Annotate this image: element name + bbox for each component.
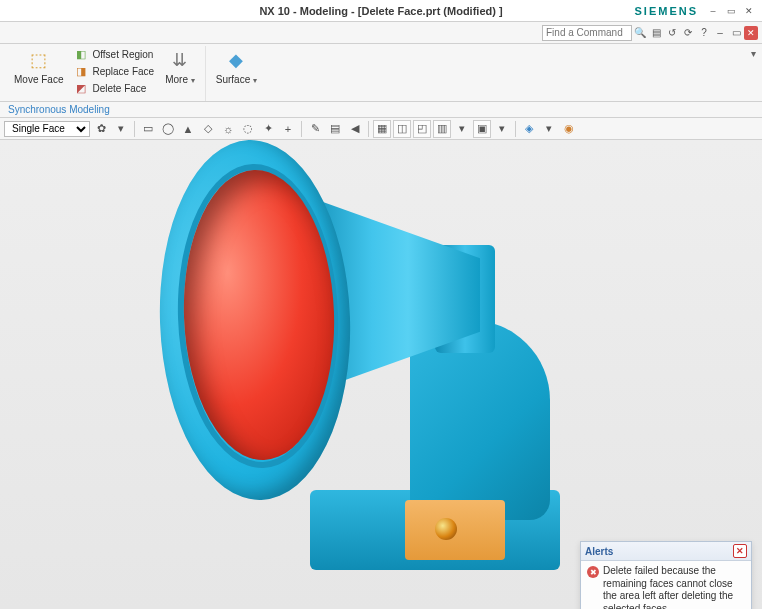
- alert-main-text: Delete failed because the remaining face…: [603, 565, 745, 609]
- toolbar-separator: [515, 121, 516, 137]
- move-face-icon: ⬚: [27, 48, 51, 72]
- face-ops-list: ◧ Offset Region ◨ Replace Face ◩ Delete …: [71, 46, 157, 96]
- brand-logo: SIEMENS: [634, 5, 698, 17]
- command-search-input[interactable]: [542, 25, 632, 41]
- replace-face-label: Replace Face: [92, 66, 154, 77]
- selection-filter-dropdown[interactable]: Single Face: [4, 121, 90, 137]
- replace-face-icon: ◨: [74, 64, 88, 78]
- surface-button[interactable]: ◆ Surface ▾: [212, 46, 261, 88]
- help-icon[interactable]: ?: [696, 25, 712, 41]
- delete-face-button[interactable]: ◩ Delete Face: [71, 80, 157, 96]
- error-icon: ✖: [587, 566, 599, 578]
- ribbon-collapse-icon[interactable]: ▾: [749, 46, 758, 61]
- layer-icon[interactable]: ◈: [520, 120, 538, 138]
- filter-icon[interactable]: ✿: [92, 120, 110, 138]
- search-icon[interactable]: 🔍: [632, 25, 648, 41]
- filter-dropdown-icon[interactable]: ▾: [112, 120, 130, 138]
- highlight-icon[interactable]: ☼: [219, 120, 237, 138]
- window-layout-icon[interactable]: ▤: [648, 25, 664, 41]
- chevron-down-icon: ▾: [253, 76, 257, 85]
- ribbon: ⬚ Move Face ◧ Offset Region ◨ Replace Fa…: [0, 44, 762, 102]
- replace-face-button[interactable]: ◨ Replace Face: [71, 63, 157, 79]
- alerts-title: Alerts: [585, 546, 613, 557]
- offset-region-button[interactable]: ◧ Offset Region: [71, 46, 157, 62]
- clip-icon[interactable]: ◉: [560, 120, 578, 138]
- list-icon[interactable]: ▤: [326, 120, 344, 138]
- surface-group: ◆ Surface ▾: [206, 46, 267, 101]
- sync-modeling-group: ⬚ Move Face ◧ Offset Region ◨ Replace Fa…: [4, 46, 206, 101]
- bg-dropdown-icon[interactable]: ▾: [493, 120, 511, 138]
- restore-button[interactable]: ▭: [724, 4, 738, 18]
- title-bar: NX 10 - Modeling - [Delete Face.prt (Mod…: [0, 0, 762, 22]
- delete-face-label: Delete Face: [92, 83, 146, 94]
- view-hidden-icon[interactable]: ◰: [413, 120, 431, 138]
- ribbon-group-label: Synchronous Modeling: [0, 102, 762, 118]
- view-shaded-icon[interactable]: ▦: [373, 120, 391, 138]
- graphics-viewport[interactable]: X Y Z Alerts ✕ ✖ Delete failed because t…: [0, 140, 762, 609]
- minimize-button[interactable]: –: [706, 4, 720, 18]
- alert-error-row: ✖ Delete failed because the remaining fa…: [587, 565, 745, 609]
- more-icon: ⇊: [168, 48, 192, 72]
- select-prev-icon[interactable]: ◀: [346, 120, 364, 138]
- render-dropdown-icon[interactable]: ▾: [453, 120, 471, 138]
- quick-access-bar: 🔍 ▤ ↺ ⟳ ? – ▭ ✕: [0, 22, 762, 44]
- rect-select-icon[interactable]: ▭: [139, 120, 157, 138]
- doc-close-icon[interactable]: ✕: [744, 26, 758, 40]
- redo-icon[interactable]: ⟳: [680, 25, 696, 41]
- undo-icon[interactable]: ↺: [664, 25, 680, 41]
- window-controls: – ▭ ✕: [706, 4, 756, 18]
- close-window-button[interactable]: ✕: [742, 4, 756, 18]
- snap-opt-icon[interactable]: ✦: [259, 120, 277, 138]
- doc-minimize-icon[interactable]: –: [712, 25, 728, 41]
- toolbar-separator: [301, 121, 302, 137]
- sketch-icon[interactable]: ✎: [306, 120, 324, 138]
- more-label: More ▾: [165, 74, 195, 86]
- alerts-body: ✖ Delete failed because the remaining fa…: [581, 561, 751, 609]
- poly-select-icon[interactable]: ▲: [179, 120, 197, 138]
- more-button[interactable]: ⇊ More ▾: [161, 46, 199, 88]
- selection-toolbar: Single Face ✿ ▾ ▭ ◯ ▲ ◇ ☼ ◌ ✦ + ✎ ▤ ◀ ▦ …: [0, 118, 762, 140]
- toolbar-separator: [134, 121, 135, 137]
- circle-select-icon[interactable]: ◯: [159, 120, 177, 138]
- lasso-select-icon[interactable]: ◇: [199, 120, 217, 138]
- view-wire-icon[interactable]: ◫: [393, 120, 411, 138]
- move-face-button[interactable]: ⬚ Move Face: [10, 46, 67, 87]
- surface-label: Surface ▾: [216, 74, 257, 86]
- add-select-icon[interactable]: +: [279, 120, 297, 138]
- move-face-label: Move Face: [14, 74, 63, 85]
- background-icon[interactable]: ▣: [473, 120, 491, 138]
- selected-face-hole: [435, 518, 457, 540]
- delete-face-icon: ◩: [74, 81, 88, 95]
- toolbar-separator: [368, 121, 369, 137]
- doc-restore-icon[interactable]: ▭: [728, 25, 744, 41]
- render-style-icon[interactable]: ▥: [433, 120, 451, 138]
- alerts-panel: Alerts ✕ ✖ Delete failed because the rem…: [580, 541, 752, 609]
- alerts-header[interactable]: Alerts ✕: [581, 542, 751, 561]
- offset-region-label: Offset Region: [92, 49, 153, 60]
- snap-icon[interactable]: ◌: [239, 120, 257, 138]
- alerts-close-button[interactable]: ✕: [733, 544, 747, 558]
- chevron-down-icon: ▾: [191, 76, 195, 85]
- layer-dropdown-icon[interactable]: ▾: [540, 120, 558, 138]
- offset-region-icon: ◧: [74, 47, 88, 61]
- surface-icon: ◆: [224, 48, 248, 72]
